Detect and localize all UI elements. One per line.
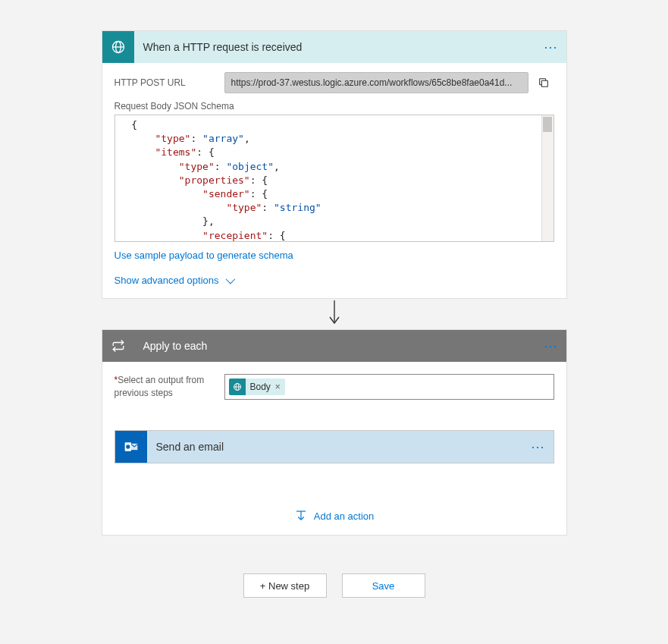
add-action-icon bbox=[294, 509, 308, 523]
outlook-icon bbox=[115, 431, 147, 463]
save-button[interactable]: Save bbox=[342, 573, 425, 598]
footer-buttons: + New step Save bbox=[102, 573, 567, 598]
send-email-menu-button[interactable]: ··· bbox=[523, 439, 554, 455]
scrollbar-track[interactable] bbox=[541, 115, 554, 241]
new-step-button[interactable]: + New step bbox=[243, 573, 327, 598]
copy-icon bbox=[538, 77, 550, 89]
select-output-label: *Select an output from previous steps bbox=[114, 374, 224, 400]
token-label: Body bbox=[250, 382, 271, 392]
chevron-down-icon bbox=[226, 275, 236, 284]
send-email-title: Send an email bbox=[147, 441, 523, 453]
http-post-url-label: HTTP POST URL bbox=[114, 77, 224, 88]
apply-to-each-card: Apply to each ··· *Select an output from… bbox=[102, 329, 567, 536]
select-output-input[interactable]: Body × bbox=[224, 374, 554, 400]
http-globe-icon bbox=[102, 31, 134, 63]
http-card-title: When a HTTP request is received bbox=[134, 41, 536, 53]
apply-card-title: Apply to each bbox=[134, 340, 536, 352]
apply-card-menu-button[interactable]: ··· bbox=[536, 338, 566, 354]
scrollbar-thumb[interactable] bbox=[543, 117, 552, 132]
apply-card-body: *Select an output from previous steps Bo… bbox=[102, 362, 566, 535]
svg-rect-3 bbox=[541, 80, 547, 86]
connector-arrow bbox=[102, 299, 567, 329]
flow-designer-canvas: When a HTTP request is received ··· HTTP… bbox=[0, 0, 668, 644]
add-action-label: Add an action bbox=[314, 510, 375, 522]
http-token-icon bbox=[229, 379, 246, 395]
arrow-down-icon bbox=[327, 300, 342, 328]
show-advanced-link[interactable]: Show advanced options bbox=[114, 275, 219, 286]
schema-label: Request Body JSON Schema bbox=[114, 101, 554, 112]
http-card-body: HTTP POST URL https://prod-37.westus.log… bbox=[102, 63, 566, 298]
http-card-header[interactable]: When a HTTP request is received ··· bbox=[102, 31, 566, 63]
http-post-url-value[interactable]: https://prod-37.westus.logic.azure.com/w… bbox=[224, 72, 528, 93]
http-trigger-card: When a HTTP request is received ··· HTTP… bbox=[102, 30, 567, 299]
http-card-menu-button[interactable]: ··· bbox=[536, 39, 566, 55]
add-action-button[interactable]: Add an action bbox=[114, 509, 554, 523]
sample-payload-link[interactable]: Use sample payload to generate schema bbox=[114, 250, 293, 261]
body-token[interactable]: Body × bbox=[229, 379, 285, 395]
send-email-card: Send an email ··· bbox=[114, 430, 554, 463]
token-remove-button[interactable]: × bbox=[275, 382, 281, 392]
loop-icon bbox=[102, 330, 134, 362]
schema-textarea[interactable]: { "type": "array", "items": { "type": "o… bbox=[114, 115, 554, 242]
svg-point-9 bbox=[126, 445, 130, 448]
send-email-header[interactable]: Send an email ··· bbox=[115, 431, 554, 463]
apply-card-header[interactable]: Apply to each ··· bbox=[102, 330, 566, 362]
copy-url-button[interactable] bbox=[533, 72, 554, 93]
